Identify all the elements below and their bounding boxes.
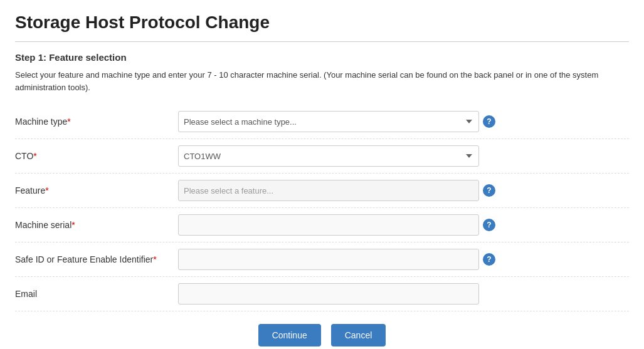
machine-serial-help-icon[interactable]: ? xyxy=(483,219,495,231)
machine-type-select[interactable]: Please select a machine type... xyxy=(178,111,479,132)
machine-type-label: Machine type* xyxy=(15,117,178,127)
feature-row: Feature* Please select a feature... ? xyxy=(15,174,629,208)
cto-select[interactable]: CTO1WW CTO2WW CTO3WW xyxy=(178,145,479,167)
step-description: Select your feature and machine type and… xyxy=(15,69,629,93)
title-divider xyxy=(15,41,629,42)
email-input[interactable] xyxy=(178,283,479,305)
step-title: Step 1: Feature selection xyxy=(15,52,629,63)
page-container: Storage Host Protocol Change Step 1: Fea… xyxy=(0,0,644,349)
email-control-wrapper xyxy=(178,283,629,305)
safe-id-required: * xyxy=(153,254,156,264)
email-label: Email xyxy=(15,289,178,299)
safe-id-control-wrapper: ? xyxy=(178,249,629,270)
feature-label: Feature* xyxy=(15,185,178,195)
safe-id-row: Safe ID or Feature Enable Identifier* ? xyxy=(15,242,629,277)
cancel-button[interactable]: Cancel xyxy=(331,324,386,346)
cto-label: CTO* xyxy=(15,151,178,161)
cto-control-wrapper: CTO1WW CTO2WW CTO3WW xyxy=(178,145,629,167)
machine-serial-label: Machine serial* xyxy=(15,220,178,230)
continue-button[interactable]: Continue xyxy=(258,324,321,346)
machine-serial-input[interactable] xyxy=(178,214,479,236)
button-row: Continue Cancel xyxy=(15,311,629,346)
machine-type-required: * xyxy=(67,117,70,127)
machine-serial-row: Machine serial* ? xyxy=(15,208,629,242)
cto-required: * xyxy=(33,151,36,161)
feature-control-wrapper: Please select a feature... ? xyxy=(178,180,629,201)
feature-select[interactable]: Please select a feature... xyxy=(178,180,479,201)
machine-serial-control-wrapper: ? xyxy=(178,214,629,236)
safe-id-help-icon[interactable]: ? xyxy=(483,253,495,266)
safe-id-label: Safe ID or Feature Enable Identifier* xyxy=(15,254,178,264)
machine-serial-required: * xyxy=(71,220,75,230)
email-row: Email xyxy=(15,277,629,311)
machine-type-help-icon[interactable]: ? xyxy=(483,115,495,128)
cto-row: CTO* CTO1WW CTO2WW CTO3WW xyxy=(15,139,629,174)
feature-required: * xyxy=(45,185,48,195)
safe-id-input[interactable] xyxy=(178,249,479,270)
page-title: Storage Host Protocol Change xyxy=(15,13,629,33)
machine-type-row: Machine type* Please select a machine ty… xyxy=(15,105,629,139)
machine-type-control-wrapper: Please select a machine type... ? xyxy=(178,111,629,132)
feature-help-icon[interactable]: ? xyxy=(483,184,495,197)
